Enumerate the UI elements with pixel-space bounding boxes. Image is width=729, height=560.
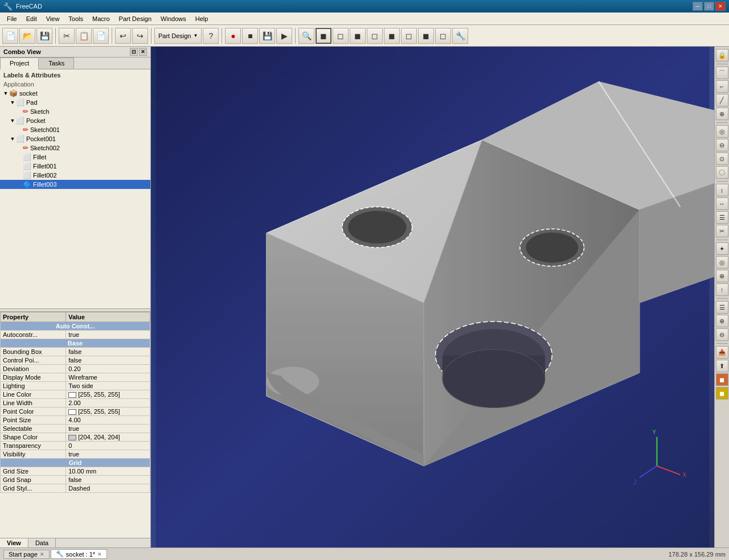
- rt-btn16[interactable]: ⊕: [716, 270, 728, 282]
- tab-data[interactable]: Data: [28, 538, 56, 547]
- rt-btn13[interactable]: ✂: [716, 225, 728, 237]
- tb-bottom[interactable]: ◻: [401, 28, 417, 44]
- tb-undo[interactable]: ↩: [115, 28, 131, 44]
- prop-row[interactable]: Grid Size10.00 mm: [1, 467, 150, 476]
- rt-btn24[interactable]: ◼: [716, 387, 728, 400]
- tb-new[interactable]: 📄: [2, 28, 18, 44]
- tree-item-pocket[interactable]: ▼ ⬜ Pocket: [0, 116, 150, 125]
- prop-row[interactable]: Line Color[255, 255, 255]: [1, 390, 150, 399]
- property-scroll[interactable]: Property Value Auto Const...Autoconstr..…: [0, 312, 150, 538]
- tb-right[interactable]: ◻: [367, 28, 383, 44]
- menu-view[interactable]: View: [42, 14, 64, 23]
- tb-iso[interactable]: ◻: [435, 28, 451, 44]
- tree-item-fillet[interactable]: ⬜ Fillet: [0, 153, 150, 162]
- combo-float-button[interactable]: ⊡: [130, 48, 138, 56]
- menu-edit[interactable]: Edit: [22, 14, 42, 23]
- rt-btn4[interactable]: ╱: [716, 94, 728, 106]
- rt-btn22[interactable]: ⬆: [716, 360, 728, 372]
- prop-row[interactable]: Bounding Boxfalse: [1, 348, 150, 356]
- rt-lock[interactable]: 🔒: [716, 49, 728, 61]
- tab-view[interactable]: View: [0, 538, 28, 547]
- minimize-button[interactable]: ─: [693, 2, 703, 11]
- tb-measure[interactable]: 🔧: [452, 28, 468, 44]
- tree-item-socket[interactable]: ▼ 📦 socket: [0, 89, 150, 98]
- menu-partdesign[interactable]: Part Design: [114, 14, 156, 23]
- rt-btn15[interactable]: ◎: [716, 256, 728, 269]
- prop-row[interactable]: Display ModeWireframe: [1, 373, 150, 382]
- prop-row[interactable]: Grid Styl...Dashed: [1, 484, 150, 493]
- rt-btn8[interactable]: ⊙: [716, 153, 728, 165]
- tree-item-pocket001[interactable]: ▼ ⬜ Pocket001: [0, 134, 150, 143]
- tb-left[interactable]: ◼: [418, 28, 434, 44]
- maximize-button[interactable]: □: [704, 2, 714, 11]
- tb-redo[interactable]: ↪: [132, 28, 148, 44]
- rt-btn17[interactable]: ↑: [716, 283, 728, 296]
- rt-btn23[interactable]: ◼: [716, 373, 728, 386]
- tree-item-sketch[interactable]: ✏ Sketch: [0, 107, 150, 116]
- tab-socket-close[interactable]: ✕: [97, 551, 102, 557]
- prop-row[interactable]: LightingTwo side: [1, 382, 150, 390]
- rt-btn3[interactable]: ⌐: [716, 80, 728, 93]
- viewport[interactable]: X Y Z: [151, 47, 714, 547]
- prop-row[interactable]: Transparency0: [1, 442, 150, 450]
- tb-save2[interactable]: 💾: [259, 28, 275, 44]
- rt-btn10[interactable]: ↕: [716, 184, 728, 196]
- close-button[interactable]: ✕: [715, 2, 726, 11]
- tb-open[interactable]: 📂: [19, 28, 35, 44]
- prop-row[interactable]: Visibilitytrue: [1, 450, 150, 459]
- rt-btn14[interactable]: ✦: [716, 242, 728, 255]
- prop-row[interactable]: Selectabletrue: [1, 425, 150, 433]
- rt-btn21[interactable]: 📥: [716, 346, 728, 359]
- tree-item-fillet002[interactable]: ⬜ Fillet002: [0, 171, 150, 180]
- tree-item-pad[interactable]: ▼ ⬜ Pad: [0, 98, 150, 107]
- menu-macro[interactable]: Macro: [88, 14, 114, 23]
- tb-stop[interactable]: ■: [242, 28, 258, 44]
- tree-item-sketch001[interactable]: ✏ Sketch001: [0, 125, 150, 134]
- tab-socket[interactable]: 🔧 socket : 1* ✕: [51, 549, 107, 559]
- prop-row[interactable]: Grid Snapfalse: [1, 476, 150, 484]
- tb-front[interactable]: ◻: [333, 28, 349, 44]
- tb-play[interactable]: ▶: [276, 28, 292, 44]
- rt-btn5[interactable]: ⊕: [716, 108, 728, 120]
- rt-btn6[interactable]: ◎: [716, 125, 728, 138]
- rt-btn19[interactable]: ⊕: [716, 315, 728, 327]
- tab-start-close[interactable]: ✕: [40, 551, 44, 557]
- tb-record[interactable]: ●: [225, 28, 241, 44]
- rt-btn12[interactable]: ☰: [716, 211, 728, 224]
- prop-row[interactable]: Shape Color[204, 204, 204]: [1, 433, 150, 442]
- tb-save[interactable]: 💾: [36, 28, 52, 44]
- rt-btn20[interactable]: ⊖: [716, 328, 728, 341]
- tb-top[interactable]: ◼: [350, 28, 366, 44]
- tree-area[interactable]: ▼ 📦 socket ▼ ⬜ Pad ✏ Sketch ▼: [0, 89, 150, 308]
- prop-row[interactable]: Point Size4.00: [1, 416, 150, 425]
- prop-row[interactable]: Deviation0.20: [1, 365, 150, 373]
- prop-row[interactable]: Point Color[255, 255, 255]: [1, 407, 150, 416]
- tab-project[interactable]: Project: [0, 57, 39, 69]
- prop-row[interactable]: Autoconstr...true: [1, 331, 150, 339]
- tab-tasks[interactable]: Tasks: [39, 57, 74, 69]
- rt-btn2[interactable]: ⌒: [716, 67, 728, 79]
- tree-item-fillet003[interactable]: 🔷 Fillet003: [0, 180, 150, 189]
- rt-btn9[interactable]: 〇: [716, 166, 728, 179]
- rt-btn18[interactable]: ☰: [716, 301, 728, 314]
- rt-btn7[interactable]: ⊖: [716, 139, 728, 151]
- tab-start-page[interactable]: Start page ✕: [3, 550, 50, 559]
- combo-close-button[interactable]: ✕: [139, 48, 147, 56]
- tb-paste[interactable]: 📄: [93, 28, 109, 44]
- menu-windows[interactable]: Windows: [156, 14, 191, 23]
- tb-copy[interactable]: 📋: [76, 28, 92, 44]
- prop-row[interactable]: Line Width2.00: [1, 399, 150, 407]
- tb-cut[interactable]: ✂: [59, 28, 75, 44]
- tb-rear[interactable]: ◼: [384, 28, 400, 44]
- menu-help[interactable]: Help: [191, 14, 213, 23]
- menu-tools[interactable]: Tools: [64, 14, 88, 23]
- prop-row[interactable]: Control Poi...false: [1, 356, 150, 365]
- tree-item-sketch002[interactable]: ✏ Sketch002: [0, 143, 150, 153]
- tb-zoom[interactable]: 🔍: [298, 28, 314, 44]
- tb-help[interactable]: ?: [203, 28, 219, 44]
- tree-item-fillet001[interactable]: ⬜ Fillet001: [0, 162, 150, 171]
- tb-home[interactable]: ◼: [316, 28, 331, 44]
- rt-btn11[interactable]: ↔: [716, 197, 728, 210]
- menu-file[interactable]: File: [2, 14, 22, 23]
- tb-workbench[interactable]: Part Design ▼: [154, 28, 202, 44]
